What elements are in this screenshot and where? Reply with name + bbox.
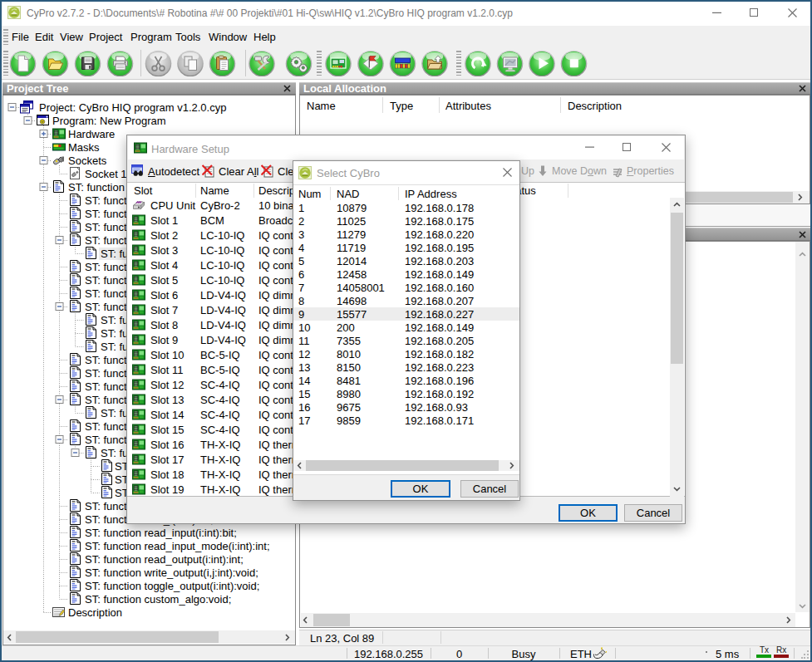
svg-text:ST: function read_input(i:int): ST: function read_input(i:int):bit; [85, 527, 237, 539]
svg-text:ST: function read_output(i:int: ST: function read_output(i:int):int; [85, 553, 244, 566]
svg-text:Masks: Masks [68, 141, 100, 154]
svg-text:Program: New Program: Program: New Program [52, 115, 166, 127]
svg-text:ST: function read_input_mode(i: ST: function read_input_mode(i:int):int; [85, 540, 270, 552]
svg-text:Hardware: Hardware [68, 128, 115, 140]
svg-text:Project: CyBro HIQ program v1.: Project: CyBro HIQ program v1.2.0.cyp [39, 101, 226, 114]
svg-text:Sockets: Sockets [68, 154, 107, 167]
svg-text:ST: function custom_algo:void;: ST: function custom_algo:void; [85, 593, 231, 606]
svg-text:Description: Description [68, 606, 122, 619]
svg-text:ST: function write_output(i,j:: ST: function write_output(i,j:int):void; [85, 566, 258, 579]
svg-text:ST: function toggle_output(i:i: ST: function toggle_output(i:int):void; [85, 580, 259, 592]
